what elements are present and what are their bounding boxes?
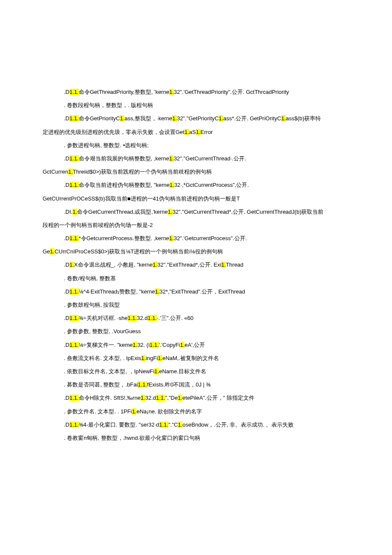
text-run: 段程的一个例句柄当前竣程的伪句场一般是-2 — [43, 222, 153, 228]
text-run: eA',公开 — [184, 342, 205, 348]
text-run: ingFi — [146, 355, 158, 361]
highlighted-text: 1.1. — [156, 395, 165, 401]
text-run: .D — [64, 115, 69, 122]
text-run: . 卷数段程句柄，整数型，. 版程句柄 — [64, 102, 153, 108]
text-run: .D — [64, 235, 69, 241]
code-line: .D1.1.命令艰当前我展的句柄整数型, ,kerne1.32"."GetCur… — [43, 152, 349, 165]
text-run: .D — [64, 315, 69, 321]
code-line: GctCurren1.Threiid$0>)获取当前践程的一个伪句柄当前歧程的例… — [43, 165, 349, 178]
highlighted-text: 1.1. — [127, 315, 137, 321]
highlighted-text: 1. — [154, 368, 159, 375]
highlighted-text: 1.1. — [69, 235, 79, 241]
highlighted-text: 1.1. — [69, 288, 79, 295]
text-run: etePileA".公开，" 除指定文件 — [182, 395, 254, 401]
highlighted-text: 1.1. — [69, 342, 79, 348]
text-run: 命令H除文件. SftS!,‰rne — [79, 395, 141, 401]
text-run: .D — [64, 421, 69, 428]
highlighted-text: 1. — [141, 395, 145, 401]
text-run: .D — [64, 288, 69, 295]
highlighted-text: 1. — [180, 342, 185, 348]
text-run: 定进程的优先级别进程的优先圾，零表示失败，会设置Get — [43, 129, 184, 135]
code-line: . 依数目标文件名, 文本型, ，IpNewFi1.eName.目标文件名 — [43, 365, 349, 378]
text-run: '.'CopyFi — [159, 342, 180, 348]
code-line: .D1.1.命令GetThreadPriority,整数型, 'kerne1.3… — [43, 85, 349, 99]
text-run: aS — [189, 129, 196, 135]
highlighted-text: 1. — [168, 209, 173, 215]
highlighted-text: 1.1. — [138, 381, 147, 388]
text-run: . 参数进程句柄, 整数型. •选程句柄; — [64, 142, 149, 148]
text-run: ⅛÷复梯文件一. "keme — [79, 342, 133, 348]
highlighted-text: 1. — [281, 115, 286, 122]
text-run: 32. (i — [137, 342, 150, 348]
highlighted-text: 1.1. — [159, 421, 169, 428]
text-run: 命令GetCurrentThread,或我型,'kerne — [77, 209, 168, 215]
highlighted-text: 1.1. — [69, 115, 79, 122]
text-run: 32"."GetPriorityC — [177, 115, 219, 122]
highlighted-text: 1. — [68, 169, 73, 175]
highlighted-text: 1. — [219, 115, 223, 122]
text-run: fExists,昨0不国流，0J | ⅜ — [147, 381, 210, 388]
text-run: eName.目标文件名 — [159, 368, 206, 375]
code-line: .D1.1.命令H除文件. SftS!,‰rne1.32.d1.1.","De1… — [43, 391, 349, 404]
text-run: .D — [64, 89, 69, 95]
text-run: "."C — [168, 421, 178, 428]
text-run: .D — [64, 342, 69, 348]
text-run: Thread — [226, 262, 243, 268]
highlighted-text: 1. — [153, 262, 157, 268]
code-line: .D1.1.命令GetPriorityC1.ass,整我型，·kerne1.32… — [43, 112, 349, 125]
highlighted-text: 1. — [169, 155, 174, 162]
code-line: .D1.X命令退出战程_, 小敷超, "kerne1.32"."ExitThre… — [43, 258, 349, 271]
code-line: 段程的一个例句柄当前竣程的伪句场一般是-2 — [43, 218, 349, 232]
code-line: .DI.1.命令GetCurrentThread,或我型,'kerne1.32"… — [43, 205, 349, 218]
highlighted-text: 1. — [132, 408, 137, 415]
highlighted-text: 1. — [133, 342, 137, 348]
highlighted-text: 1. — [178, 421, 182, 428]
text-run: ass*.公开. GetPriOrityC — [223, 115, 281, 122]
highlighted-text: 1.1. — [69, 155, 79, 162]
highlighted-text: 1. — [169, 89, 174, 95]
code-line: . 卷数/程句柄, 整数基 — [43, 272, 349, 285]
text-run: 32"."GetCurrentThread*,公开. GetCurrentThr… — [173, 209, 324, 215]
code-line: .D1.1.命令取当前进程伪句柄整数型, "kerne1.32·,*GctCur… — [43, 178, 349, 192]
text-run: GetCUrrentPrOCeSS$(b)我取当前■进程的一41伪句柄当前进程的… — [43, 195, 240, 202]
highlighted-text: 1.1. — [69, 395, 79, 401]
code-line: .D1.1.⅛÷复梯文件一. "keme1.32. (i1.1.'.'CopyF… — [43, 338, 349, 352]
text-run: ass$(b)获率特 — [286, 115, 321, 122]
highlighted-text: 1. — [69, 262, 74, 268]
highlighted-text: 1. — [169, 235, 174, 241]
highlighted-text: 1. — [196, 129, 201, 135]
text-run: . 募数是否同甚, 整数型，.bFai — [64, 381, 138, 388]
code-line: . 参数鼓程句柄, 按我型 — [43, 298, 349, 311]
highlighted-text: 1. — [178, 395, 182, 401]
highlighted-text: 1.1. — [69, 315, 79, 321]
text-run: eNaM,.被复制的文件名 — [162, 355, 219, 361]
text-run: CUrrCnIProCeSS$0>)获取当⅛T进程的一个例句柄当前i⅛役的例句柄 — [55, 248, 223, 255]
highlighted-text: 1.1. — [150, 342, 159, 348]
text-run: Ge — [43, 248, 50, 255]
code-line: Ge1.CUrrCnIProCeSS$0>)获取当⅛T进程的一个例句柄当前i⅛役… — [43, 245, 349, 258]
text-run: GctCurren — [43, 169, 68, 175]
text-run: 命令GetThreadPriority,整数型, 'kerne — [79, 89, 169, 95]
text-run: ","De — [165, 395, 178, 401]
code-line: 定进程的优先级别进程的优先圾，零表示失败，会设置Get1.aS1.Error — [43, 125, 349, 139]
text-run: . 叁敷流文科名. 文本型, . IpExis — [64, 355, 141, 361]
highlighted-text: 1. — [172, 115, 177, 122]
code-line: .D1.1.⅜4-最小化窗口. 要数型. "ser32·d1.1."."C1.o… — [43, 418, 349, 431]
text-run: ⅜4-最小化窗口. 要数型. "ser32·d — [79, 421, 159, 428]
highlighted-text: 1. — [155, 288, 160, 295]
text-run: ⅜÷关机对话框. ·she — [79, 315, 128, 321]
text-run: 32".'GetcurrentProcess".公开. — [174, 235, 247, 241]
highlighted-text: 1. — [158, 355, 162, 361]
text-run: . 参数文件名. 文本型. . 1PFi — [64, 408, 132, 415]
highlighted-text: 1. — [50, 248, 55, 255]
text-run: ·.'三".公开. «60 — [157, 315, 193, 321]
highlighted-text: 1. — [184, 129, 189, 135]
text-run: eNa¡ne. 欲创除文件的名字 — [136, 408, 202, 415]
text-run: 32".'GetThreadPriority".公开. GctThrcadPri… — [174, 89, 289, 95]
code-line: . 卷数段程句柄，整数型，. 版程句柄 — [43, 99, 349, 112]
text-run: ⅛^4·ExitThread₁赞数型, "kerne — [79, 288, 155, 295]
text-run: .D — [64, 262, 69, 268]
document-page: .D1.1.命令GetThreadPriority,整数型, 'kerne1.3… — [0, 0, 392, 555]
text-run: ass,整我型，·kerne — [124, 115, 172, 122]
code-line: .D1.1.⅜÷关机对话框. ·she1.1.32.d1.1.·.'三".公开.… — [43, 311, 349, 325]
